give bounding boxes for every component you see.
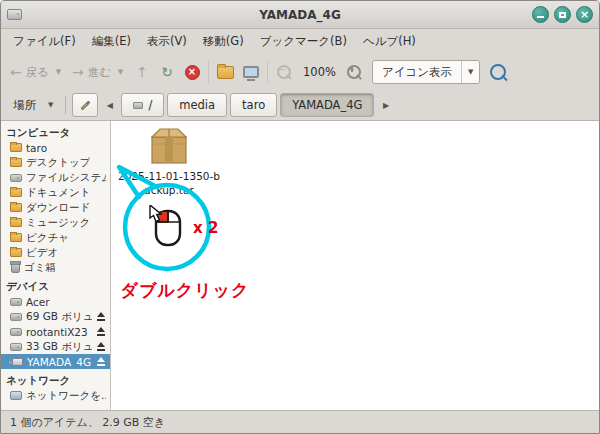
folder-icon xyxy=(10,188,22,197)
breadcrumb-taro[interactable]: taro xyxy=(230,93,277,117)
home-folder-icon xyxy=(217,66,234,79)
sidebar-item-music[interactable]: ミュージック xyxy=(1,215,110,230)
close-button[interactable]: × xyxy=(576,6,593,23)
location-selector[interactable]: 場所 ▼ xyxy=(7,95,59,116)
menu-help[interactable]: ヘルプ(H) xyxy=(355,31,424,52)
file-backup-tar[interactable]: 2025-11-01-1350-backup.tar xyxy=(113,125,225,197)
forward-history-dropdown[interactable]: ▼ xyxy=(114,58,127,86)
menu-view[interactable]: 表示(V) xyxy=(139,31,195,52)
zoom-out-icon xyxy=(276,64,293,81)
sidebar-item-69gb-volume[interactable]: 69 GB ボリューム xyxy=(1,309,110,324)
network-icon xyxy=(10,391,22,400)
view-mode-select[interactable]: アイコン表示 ▼ xyxy=(372,60,480,84)
reload-icon: ↻ xyxy=(161,65,173,79)
folder-icon xyxy=(10,233,22,242)
breadcrumb-yamada-4g[interactable]: YAMADA_4G xyxy=(280,93,374,117)
eject-button[interactable] xyxy=(96,327,106,337)
stop-button[interactable]: × xyxy=(180,58,204,86)
sidebar-item-pictures[interactable]: ピクチャ xyxy=(1,230,110,245)
menu-edit[interactable]: 編集(E) xyxy=(84,31,139,52)
folder-icon xyxy=(10,248,22,257)
computer-icon xyxy=(243,66,259,78)
breadcrumb: / media taro YAMADA_4G xyxy=(121,93,374,117)
status-text: 1 個のアイテム、 2.9 GB 空き xyxy=(10,415,165,430)
sidebar-item-desktop[interactable]: デスクトップ xyxy=(1,155,110,170)
folder-icon xyxy=(10,158,22,167)
eject-button[interactable] xyxy=(96,357,106,367)
sidebar-item-rootantix23[interactable]: rootantiX23 xyxy=(1,324,110,339)
zoom-out-button[interactable] xyxy=(272,58,297,86)
zoom-in-icon xyxy=(346,64,363,81)
window-body: コンピュータ taro デスクトップ ファイルシステム ドキュメント ダウンロー… xyxy=(1,121,599,410)
chevron-down-icon: ▼ xyxy=(48,101,53,109)
pathbar: 場所 ▼ ◀ / media taro YAMADA_4G ▶ xyxy=(1,90,599,121)
back-arrow-icon: ← xyxy=(10,65,22,79)
sidebar-section-devices: デバイス xyxy=(1,278,110,294)
chevron-down-icon: ▼ xyxy=(468,68,473,76)
file-manager-window: YAMADA_4G × ファイル(F) 編集(E) 表示(V) 移動(G) ブッ… xyxy=(0,0,600,434)
chevron-down-icon: ▼ xyxy=(56,68,61,76)
search-button[interactable] xyxy=(485,58,512,86)
window-title: YAMADA_4G xyxy=(1,8,599,22)
drive-icon xyxy=(10,343,22,351)
sidebar-item-taro[interactable]: taro xyxy=(1,140,110,155)
reload-button[interactable]: ↻ xyxy=(155,58,179,86)
computer-button[interactable] xyxy=(239,58,263,86)
forward-arrow-icon: → xyxy=(72,65,84,79)
sidebar: コンピュータ taro デスクトップ ファイルシステム ドキュメント ダウンロー… xyxy=(1,121,111,410)
menu-bookmarks[interactable]: ブックマーク(B) xyxy=(252,31,355,52)
sidebar-section-network: ネットワーク xyxy=(1,372,110,388)
trash-icon xyxy=(11,263,20,273)
edit-path-button[interactable] xyxy=(72,93,98,117)
file-view[interactable]: 2025-11-01-1350-backup.tar x 2 ダブルクリック xyxy=(111,121,599,410)
sidebar-item-downloads[interactable]: ダウンロード xyxy=(1,200,110,215)
sidebar-item-videos[interactable]: ビデオ xyxy=(1,245,110,260)
forward-button[interactable]: → 進む xyxy=(68,58,115,86)
sidebar-item-filesystem[interactable]: ファイルシステム xyxy=(1,170,110,185)
up-button[interactable]: ↑ xyxy=(130,58,154,86)
drive-icon xyxy=(10,298,22,306)
mouse-icon xyxy=(149,205,185,249)
zoom-level: 100% xyxy=(298,65,341,79)
menu-file[interactable]: ファイル(F) xyxy=(5,31,84,52)
minimize-button[interactable] xyxy=(532,6,549,23)
up-arrow-icon: ↑ xyxy=(136,65,148,79)
breadcrumb-media[interactable]: media xyxy=(167,93,227,117)
window-controls: × xyxy=(532,6,593,23)
sidebar-item-network[interactable]: ネットワークを... xyxy=(1,388,110,403)
breadcrumb-scroll-right[interactable]: ▶ xyxy=(378,93,393,117)
maximize-button[interactable] xyxy=(554,6,571,23)
toolbar: ← 戻る ▼ → 進む ▼ ↑ ↻ × 100% アイコン表示 ▼ xyxy=(1,54,599,90)
maximize-icon xyxy=(559,12,566,18)
usb-drive-icon xyxy=(12,358,23,366)
sidebar-item-documents[interactable]: ドキュメント xyxy=(1,185,110,200)
back-button[interactable]: ← 戻る xyxy=(6,58,53,86)
eject-button[interactable] xyxy=(96,342,106,352)
drive-icon xyxy=(133,102,143,109)
titlebar[interactable]: YAMADA_4G × xyxy=(1,1,599,29)
toolbar-separator xyxy=(208,61,209,83)
breadcrumb-scroll-left[interactable]: ◀ xyxy=(102,93,117,117)
menu-go[interactable]: 移動(G) xyxy=(195,31,252,52)
home-folder-icon xyxy=(10,143,22,152)
back-history-dropdown[interactable]: ▼ xyxy=(52,58,65,86)
chevron-down-icon: ▼ xyxy=(118,68,123,76)
home-button[interactable] xyxy=(213,58,238,86)
drive-icon xyxy=(10,313,22,321)
drive-icon xyxy=(10,328,22,336)
close-icon: × xyxy=(580,9,589,20)
toolbar-separator xyxy=(267,61,268,83)
sidebar-item-trash[interactable]: ゴミ箱 xyxy=(1,260,110,275)
sidebar-section-computer: コンピュータ xyxy=(1,124,110,140)
eject-button[interactable] xyxy=(96,312,106,322)
zoom-in-button[interactable] xyxy=(342,58,367,86)
minimize-icon xyxy=(537,16,544,18)
sidebar-item-yamada-4g[interactable]: YAMADA_4G xyxy=(1,354,110,369)
view-mode-value: アイコン表示 xyxy=(382,65,452,80)
sidebar-item-33gb-volume[interactable]: 33 GB ボリューム xyxy=(1,339,110,354)
menubar: ファイル(F) 編集(E) 表示(V) 移動(G) ブックマーク(B) ヘルプ(… xyxy=(1,29,599,54)
double-click-label: ダブルクリック xyxy=(99,279,271,302)
breadcrumb-root[interactable]: / xyxy=(121,93,164,117)
sidebar-item-acer[interactable]: Acer xyxy=(1,294,110,309)
window-drive-icon xyxy=(7,9,22,20)
